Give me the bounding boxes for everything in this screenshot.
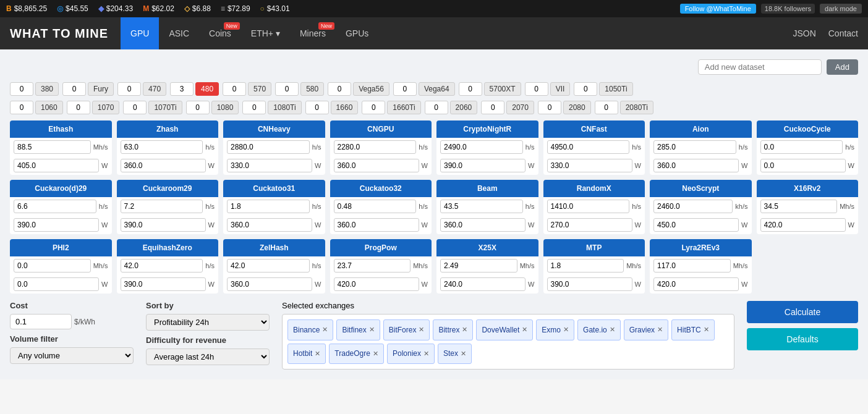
algo-speed-input[interactable] (14, 140, 91, 154)
algo-header-zelhash[interactable]: ZelHash (223, 239, 325, 256)
algo-header-beam[interactable]: Beam (436, 180, 538, 197)
algo-power-input[interactable] (334, 277, 419, 291)
algo-speed-input[interactable] (760, 200, 838, 213)
follow-button[interactable]: Follow @WhatToMine (680, 4, 756, 14)
algo-power-input[interactable] (440, 159, 525, 172)
algo-header-aion[interactable]: Aion (650, 120, 752, 138)
algo-speed-input[interactable] (227, 140, 310, 154)
algo-speed-input[interactable] (653, 259, 731, 272)
gpu-num-380[interactable] (10, 82, 33, 96)
algo-power-input[interactable] (334, 159, 419, 172)
gpu-num-2070[interactable] (481, 101, 504, 114)
exchange-remove-dovewallet[interactable]: ✕ (522, 326, 527, 334)
nav-item-miners[interactable]: Miners New (290, 17, 336, 49)
algo-header-x16rv2[interactable]: X16Rv2 (757, 180, 859, 197)
gpu-num-470[interactable] (117, 82, 141, 96)
add-dataset-button[interactable]: Add (827, 59, 858, 75)
algo-power-input[interactable] (440, 277, 525, 291)
algo-speed-input[interactable] (121, 259, 203, 272)
cost-input[interactable] (10, 314, 72, 329)
defaults-button[interactable]: Defaults (747, 328, 858, 350)
volume-select[interactable]: Any volume (10, 347, 134, 364)
algo-speed-input[interactable] (14, 259, 91, 272)
algo-speed-input[interactable] (653, 200, 733, 213)
gpu-num-580[interactable] (275, 82, 299, 96)
gpu-num-1660Ti[interactable] (362, 101, 385, 114)
algo-power-input[interactable] (440, 218, 525, 232)
algo-header-cnheavy[interactable]: CNHeavy (223, 120, 325, 138)
algo-power-input[interactable] (227, 159, 312, 172)
exchange-remove-hitbtc[interactable]: ✕ (704, 326, 709, 334)
algo-power-input[interactable] (14, 159, 99, 172)
algo-header-cryptonightr[interactable]: CryptoNightR (436, 120, 538, 138)
exchange-remove-exmo[interactable]: ✕ (563, 326, 569, 334)
algo-header-cuckatoo31[interactable]: Cuckatoo31 (223, 180, 325, 197)
algo-power-input[interactable] (121, 159, 206, 172)
algo-speed-input[interactable] (653, 140, 736, 154)
algo-power-input[interactable] (121, 277, 206, 291)
algo-header-cuckaroom29[interactable]: Cuckaroom29 (117, 180, 219, 197)
gpu-num-1660[interactable] (305, 101, 329, 114)
gpu-num-1050Ti[interactable] (574, 82, 597, 96)
gpu-num-5700XT[interactable] (459, 82, 482, 96)
gpu-num-VII[interactable] (525, 82, 548, 96)
algo-speed-input[interactable] (440, 259, 517, 272)
gpu-num-480[interactable] (170, 82, 194, 96)
algo-header-cngpu[interactable]: CNGPU (330, 120, 432, 138)
algo-power-input[interactable] (334, 218, 419, 232)
algo-power-input[interactable] (547, 159, 632, 172)
algo-header-phi2[interactable]: PHI2 (10, 239, 112, 256)
gpu-num-1060[interactable] (10, 101, 33, 114)
algo-speed-input[interactable] (227, 259, 310, 272)
exchange-remove-bitforex[interactable]: ✕ (419, 326, 424, 334)
algo-header-mtp[interactable]: MTP (543, 239, 645, 256)
algo-speed-input[interactable] (440, 140, 523, 154)
algo-speed-input[interactable] (14, 200, 96, 213)
algo-power-input[interactable] (547, 218, 632, 232)
exchange-remove-gate.io[interactable]: ✕ (610, 326, 615, 334)
exchange-remove-bitfinex[interactable]: ✕ (369, 326, 375, 334)
algo-header-cuckatoo32[interactable]: Cuckatoo32 (330, 180, 432, 197)
algo-speed-input[interactable] (547, 200, 630, 213)
algo-power-input[interactable] (14, 218, 99, 232)
gpu-num-Fury[interactable] (62, 82, 86, 96)
exchange-remove-graviex[interactable]: ✕ (657, 326, 663, 334)
algo-power-input[interactable] (14, 277, 99, 291)
sortby-select[interactable]: Profitability 24h Profitability 1h Profi… (146, 314, 270, 331)
gpu-num-Vega64[interactable] (393, 82, 417, 96)
calculate-button[interactable]: Calculate (747, 301, 858, 323)
algo-power-input[interactable] (121, 218, 206, 232)
gpu-num-1080[interactable] (186, 101, 210, 114)
gpu-num-1070[interactable] (67, 101, 90, 114)
gpu-num-2080[interactable] (538, 101, 561, 114)
nav-item-coins[interactable]: Coins New (199, 17, 241, 49)
algo-power-input[interactable] (653, 277, 739, 291)
exchange-remove-binance[interactable]: ✕ (322, 326, 328, 334)
gpu-num-1080Ti[interactable] (242, 101, 266, 114)
nav-item-asic[interactable]: ASIC (159, 17, 199, 49)
algo-speed-input[interactable] (334, 140, 417, 154)
algo-speed-input[interactable] (121, 140, 203, 154)
algo-speed-input[interactable] (334, 259, 411, 272)
algo-header-neoscrypt[interactable]: NeoScrypt (650, 180, 752, 197)
gpu-num-2080Ti[interactable] (595, 101, 618, 114)
exchange-remove-bittrex[interactable]: ✕ (462, 326, 467, 334)
algo-header-x25x[interactable]: X25X (436, 239, 538, 256)
algo-header-cuckaroo-d-29[interactable]: Cuckaroo(d)29 (10, 180, 112, 197)
algo-speed-input[interactable] (547, 140, 630, 154)
nav-item-gpus[interactable]: GPUs (336, 17, 378, 49)
algo-speed-input[interactable] (547, 259, 624, 272)
algo-power-input[interactable] (227, 218, 312, 232)
dataset-input[interactable] (698, 59, 822, 75)
exchange-remove-tradeogre[interactable]: ✕ (373, 350, 378, 358)
nav-item-gpu[interactable]: GPU (121, 17, 159, 49)
algo-speed-input[interactable] (334, 200, 417, 213)
algo-header-randomx[interactable]: RandomX (543, 180, 645, 197)
algo-speed-input[interactable] (440, 200, 523, 213)
algo-power-input[interactable] (653, 159, 739, 172)
algo-speed-input[interactable] (227, 200, 310, 213)
algo-header-progpow[interactable]: ProgPow (330, 239, 432, 256)
algo-header-ethash[interactable]: Ethash (10, 120, 112, 138)
nav-item-eth[interactable]: ETH+ ▾ (241, 17, 290, 49)
algo-header-cuckoocycle[interactable]: CuckooCycle (757, 120, 859, 138)
